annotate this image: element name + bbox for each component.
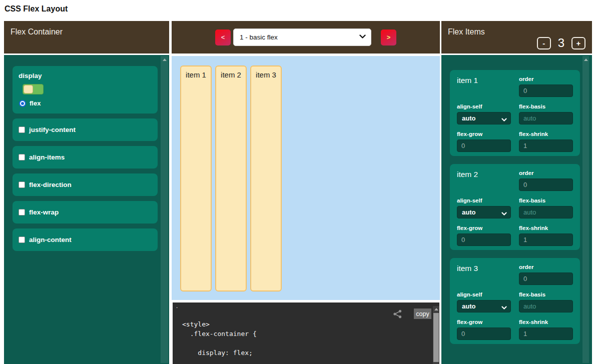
flex-basis-input[interactable] (519, 112, 573, 124)
align-self-label: align-self (457, 198, 511, 204)
code-line: display: flex; (182, 348, 257, 358)
flex-radio[interactable] (19, 100, 26, 107)
scroll-up-icon[interactable] (584, 58, 588, 61)
item-3-order-field: order (519, 264, 573, 285)
item-2-order-field: order (519, 170, 573, 191)
align-self-label: align-self (457, 292, 511, 298)
item-2-align-self-field: align-self auto (457, 198, 511, 218)
scroll-up-icon[interactable] (434, 308, 438, 310)
item-1-flex-shrink-field: flex-shrink (519, 131, 573, 152)
preview-item-1: item 1 (180, 66, 212, 292)
align-self-select-wrap: auto (457, 208, 511, 216)
order-input[interactable] (519, 84, 573, 97)
flex-basis-label: flex-basis (519, 292, 573, 298)
scroll-up-icon[interactable] (163, 58, 167, 61)
item-3-card: item 3 order align-self auto flex-basis … (450, 258, 580, 344)
flex-basis-label: flex-basis (519, 198, 573, 204)
align-self-select[interactable]: auto (457, 112, 511, 124)
justify-content-card[interactable]: justify-content (13, 118, 158, 141)
flex-container-scrollbar[interactable] (161, 56, 168, 363)
item-1-align-self-field: align-self auto (457, 104, 511, 124)
flex-radio-label: flex (30, 100, 41, 107)
align-self-select-wrap: auto (457, 114, 511, 122)
prev-example-button[interactable]: < (215, 30, 231, 46)
flex-shrink-label: flex-shrink (519, 319, 573, 325)
flex-basis-label: flex-basis (519, 104, 573, 110)
flex-shrink-label: flex-shrink (519, 225, 573, 231)
next-example-button[interactable]: > (381, 30, 396, 46)
add-item-button[interactable]: + (571, 37, 585, 50)
item-1-flex-basis-field: flex-basis (519, 104, 573, 124)
item-1-card: item 1 order align-self auto flex-basis … (450, 70, 580, 156)
code-scroll-thumb[interactable] (433, 313, 439, 362)
flex-container-header: Flex Container (4, 21, 169, 54)
display-card: display flex (13, 66, 158, 114)
item-count: 3 (558, 36, 564, 50)
flex-wrap-checkbox[interactable] (19, 209, 25, 216)
align-content-label: align-content (29, 236, 72, 244)
flex-shrink-input[interactable] (519, 234, 573, 246)
item-3-align-self-field: align-self auto (457, 292, 511, 312)
item-2-flex-grow-field: flex-grow (457, 225, 511, 246)
align-items-checkbox[interactable] (19, 154, 25, 160)
code-scrollbar[interactable] (433, 306, 439, 364)
item-3-title: item 3 (457, 264, 511, 285)
preview-item-2: item 2 (215, 66, 247, 292)
order-label: order (519, 264, 573, 270)
code-line (182, 338, 257, 348)
align-self-select[interactable]: auto (457, 206, 511, 218)
justify-content-checkbox[interactable] (19, 126, 25, 133)
justify-content-label: justify-content (29, 126, 76, 134)
flex-shrink-input[interactable] (519, 140, 573, 152)
flex-grow-label: flex-grow (457, 131, 511, 137)
order-label: order (519, 76, 573, 82)
item-counter: - 3 + (537, 36, 585, 50)
order-input[interactable] (519, 272, 573, 285)
item-3-flex-grow-field: flex-grow (457, 319, 511, 340)
remove-item-button[interactable]: - (537, 37, 551, 50)
order-label: order (519, 170, 573, 176)
example-select[interactable]: 1 - basic flex (233, 28, 371, 46)
item-2-flex-basis-field: flex-basis (519, 198, 573, 218)
flex-grow-input[interactable] (457, 234, 511, 246)
flex-container-body: display flex justify-content align-items… (4, 55, 169, 364)
display-flex-option[interactable]: flex (19, 100, 158, 107)
flex-container-panel: Flex Container display flex justify-cont… (4, 21, 169, 364)
flex-direction-checkbox[interactable] (19, 182, 25, 188)
flex-wrap-card[interactable]: flex-wrap (13, 201, 158, 224)
item-3-flex-basis-field: flex-basis (519, 292, 573, 312)
flex-basis-input[interactable] (519, 206, 573, 218)
flex-grow-input[interactable] (457, 328, 511, 340)
flex-items-body: item 1 order align-self auto flex-basis … (441, 55, 592, 364)
flex-grow-input[interactable] (457, 140, 511, 152)
item-1-title: item 1 (457, 76, 511, 97)
preview-item-3: item 3 (250, 66, 282, 292)
flex-grow-label: flex-grow (457, 225, 511, 231)
display-toggle-knob (24, 85, 33, 94)
align-self-select[interactable]: auto (457, 300, 511, 312)
copy-button[interactable]: copy (414, 308, 431, 319)
code-dot: . (176, 302, 178, 310)
flex-container-title: Flex Container (11, 28, 63, 36)
align-items-card[interactable]: align-items (13, 146, 158, 168)
item-1-flex-grow-field: flex-grow (457, 131, 511, 152)
order-input[interactable] (519, 178, 573, 191)
flex-basis-input[interactable] (519, 300, 573, 312)
display-toggle[interactable] (23, 84, 44, 94)
align-items-label: align-items (29, 154, 65, 161)
item-1-order-field: order (519, 76, 573, 97)
align-content-card[interactable]: align-content (13, 228, 158, 251)
flex-shrink-label: flex-shrink (519, 131, 573, 137)
align-self-label: align-self (457, 104, 511, 110)
flex-items-header: Flex Items - 3 + (441, 21, 592, 54)
preview-column: < 1 - basic flex > item 1 item 2 item 3 … (172, 21, 440, 364)
item-2-title: item 2 (457, 170, 511, 191)
share-icon[interactable] (393, 310, 402, 318)
flex-items-scrollbar[interactable] (582, 56, 589, 363)
code-text: <style> .flex-container { display: flex; (182, 320, 257, 358)
code-line: <style> (182, 320, 257, 329)
flex-direction-card[interactable]: flex-direction (13, 174, 158, 196)
flex-shrink-input[interactable] (519, 328, 573, 340)
code-panel: . copy <style> .flex-container { display… (173, 302, 439, 364)
align-content-checkbox[interactable] (19, 236, 25, 243)
